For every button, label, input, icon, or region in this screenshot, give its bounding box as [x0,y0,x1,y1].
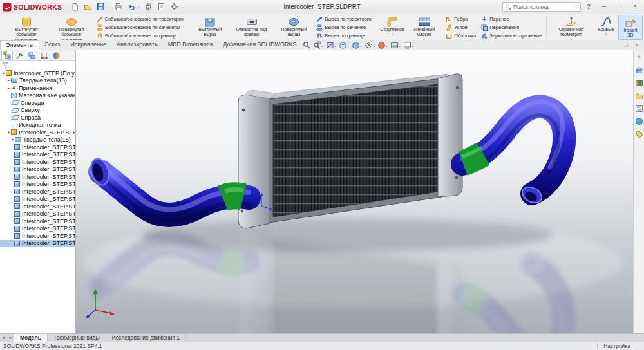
flyout-arrow-icon[interactable]: ⌄ [391,32,394,35]
collapse-taskpane-button[interactable]: « [634,52,643,61]
caret-closed-icon[interactable]: ▸ [6,86,11,91]
draft-button[interactable]: Уклон [446,24,476,32]
doc-restore-button[interactable]: □ [621,41,631,49]
print-button[interactable] [113,1,124,12]
tree-item-body[interactable]: Intercooler_STEP.STEP<1 [0,196,75,203]
chevron-down-icon[interactable]: ⌄ [385,43,388,48]
hide-show-items-button[interactable]: ⌄ [365,41,375,50]
view-orientation-button[interactable]: ⌄ [339,41,350,50]
three-d-views-tab[interactable]: Трехмерные виды [48,334,106,342]
open-document-button[interactable] [82,1,93,12]
apply-scene-button[interactable]: ⌄ [390,41,401,50]
swept-cut-button[interactable]: Вырез по траектории [316,15,372,23]
view-palette-tab[interactable] [634,104,643,113]
maximize-button[interactable]: □ [612,0,627,13]
next-sheet-button[interactable]: ► [7,334,14,342]
tree-item-body[interactable]: Intercooler_STEP.STEP<1 [0,217,75,225]
tree-item-body[interactable]: Intercooler_STEP.STEP<1 [0,232,75,240]
tree-item-body[interactable]: Intercooler_STEP.STEP<1 [0,210,75,218]
tab-features[interactable]: Элементы [0,40,39,50]
chevron-down-icon[interactable]: ⌄ [398,43,401,48]
new-document-button[interactable] [70,1,80,12]
prev-sheet-button[interactable]: ◄ [0,334,7,342]
caret-open-icon[interactable]: ▾ [6,130,11,135]
chevron-down-icon[interactable]: ⌄ [346,43,350,48]
extruded-cut-button[interactable]: Вытянутый вырез [191,15,229,40]
section-view-button[interactable]: ⌄ [326,41,337,50]
tree-item-body-selected[interactable]: Intercooler_STEP.STEP<1 [0,240,75,248]
undo-button[interactable] [126,1,137,12]
lofted-boss-button[interactable]: Бобышка/основание по сечениям [97,24,184,32]
design-library-tab[interactable] [634,78,643,87]
tree-item-annotations[interactable]: ▸ A Примечания [0,84,75,92]
revolved-boss-button[interactable]: Повернутая бобышка/основание [49,15,94,40]
tree-item-solid-bodies-subfolder[interactable]: ▾ Твердые тела(15) [0,136,75,144]
tab-markup[interactable]: Исправление [65,40,111,50]
chevron-down-icon[interactable]: ⌄ [180,5,184,9]
revolved-cut-button[interactable]: Повернутый вырез [274,15,314,40]
mirror-button[interactable]: Зеркальное отражение [481,32,542,40]
chevron-down-icon[interactable]: ⌄ [334,43,337,48]
boundary-cut-button[interactable]: Вырез по границе [316,32,372,40]
search-input[interactable] [513,4,574,10]
tree-item-body[interactable]: Intercooler_STEP.STEP<1 [0,143,75,151]
tree-item-body[interactable]: Intercooler_STEP.STEP<1 [0,151,75,159]
tree-item-plane-right[interactable]: Справа [0,114,75,122]
linear-pattern-button[interactable]: Линейный массив ⌄ [405,15,443,40]
zoom-area-button[interactable]: ⌄ [313,41,324,50]
help-button[interactable]: ? [583,3,594,10]
caret-closed-icon[interactable]: ▸ [6,78,11,83]
tree-item-origin[interactable]: Исходная точка [0,122,75,129]
flyout-arrow-icon[interactable]: ⌄ [604,32,607,35]
intersect-button[interactable]: Пересечения [481,24,542,32]
view-settings-button[interactable]: ⌄ [403,41,414,50]
tree-item-material[interactable]: Материал <не указан> [0,92,75,100]
fillet-button[interactable]: Скругление ⌄ [379,15,405,40]
resources-tab[interactable] [634,65,643,74]
tree-item-body[interactable]: Intercooler_STEP.STEP<1 [0,181,75,189]
chevron-down-icon[interactable]: ⌄ [372,43,375,48]
edit-appearance-button[interactable]: ⌄ [377,41,388,50]
chevron-down-icon[interactable]: ⌄ [411,43,414,48]
tree-item-plane-top[interactable]: Сверху [0,107,75,115]
tab-sketch[interactable]: Эскиз [39,40,65,50]
tree-item-part-root[interactable]: ▾ Intercooler_STEP (По умолчанию<< [0,69,75,77]
tree-filter-row[interactable] [0,61,75,69]
curves-button[interactable]: Кривые ⌄ [594,15,618,40]
chevron-down-icon[interactable]: ⌄ [321,43,324,48]
custom-properties-tab[interactable] [634,129,643,138]
featuremanager-tab[interactable] [1,51,13,60]
configurationmanager-tab[interactable] [26,51,37,60]
lofted-cut-button[interactable]: Вырез по сечению [316,24,372,32]
viewport-3d[interactable] [76,50,633,333]
save-button[interactable] [95,1,106,12]
appearances-tab[interactable] [634,116,643,125]
tree-item-plane-front[interactable]: Спереди [0,99,75,107]
display-style-button[interactable]: ⌄ [352,41,363,50]
reference-geometry-button[interactable]: Справочная геометрия ⌄ [549,15,594,40]
tree-item-body[interactable]: Intercooler_STEP.STEP<1 [0,188,75,196]
move-button[interactable]: Перенос [481,15,542,23]
zoom-fit-button[interactable] [303,41,311,50]
model-tab[interactable]: Модель [14,334,48,342]
shell-button[interactable]: Оболочка [446,32,476,40]
tab-evaluate[interactable]: Анализировать [111,40,163,50]
doc-close-button[interactable]: × [632,41,642,49]
swept-boss-button[interactable]: Бобышка/основание по траектории [97,15,184,23]
chevron-down-icon[interactable]: ⌄ [359,43,363,48]
options-button[interactable] [169,1,180,12]
tree-item-imported-part[interactable]: ▾ Intercooler_STEP.STEP<1> -> [0,129,75,136]
extruded-boss-button[interactable]: Вытянутая бобышка/основание [4,15,49,40]
tree-item-body[interactable]: Intercooler_STEP.STEP<1 [0,203,75,210]
chevron-down-icon[interactable]: ⌄ [574,5,578,9]
doc-minimize-button[interactable]: – [611,41,620,49]
displaymanager-tab[interactable] [50,51,62,60]
minimize-button[interactable]: – [596,0,612,13]
chevron-down-icon[interactable]: ⌄ [137,5,140,9]
propertymanager-tab[interactable] [14,51,25,60]
customize-button[interactable]: Настройка [597,343,641,349]
instant3d-toggle[interactable]: Instant 3D [618,15,643,40]
tree-item-body[interactable]: Intercooler_STEP.STEP<1 [0,173,75,181]
file-properties-button[interactable] [156,1,167,12]
boundary-boss-button[interactable]: Бобышка/основание по границе [97,32,184,40]
